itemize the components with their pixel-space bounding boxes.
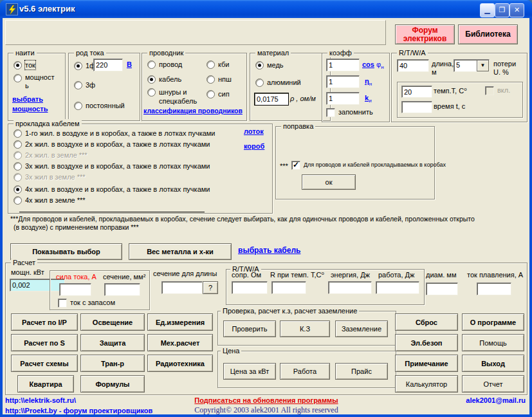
radio-engineering-button[interactable]: Радиотехника — [147, 355, 213, 372]
units-button[interactable]: Ед.измерения — [147, 313, 213, 331]
radio-laying-6[interactable]: 4х жил. в воздухе и в коробах, а также в… — [14, 185, 210, 194]
radio-dot-icon — [74, 62, 82, 70]
scheme-calc-button[interactable]: Расчет схемы — [11, 355, 78, 372]
radio-copper[interactable]: медь — [255, 60, 284, 70]
title-bar[interactable]: v5.6 электрик ▁ ❐ ✕ — [0, 0, 532, 18]
report-button[interactable]: Отчет — [462, 375, 524, 393]
voltage-input[interactable] — [93, 59, 123, 71]
resistance-input[interactable] — [232, 281, 268, 294]
radio-wire[interactable]: провод — [147, 60, 182, 69]
enable-checkbox: вкл. — [485, 86, 510, 95]
lighting-button[interactable]: Освещение — [80, 313, 145, 331]
verify-button[interactable]: Проверить — [223, 320, 276, 337]
energy-input[interactable] — [328, 281, 372, 294]
melting-current-input[interactable] — [477, 283, 511, 295]
exit-button[interactable]: Выход — [462, 355, 524, 372]
temp-time-panel: темп.Т, С⁰ вкл. время t, с — [397, 82, 523, 118]
formulas-button[interactable]: Формулы — [80, 375, 145, 393]
radio-find-current[interactable]: ток — [14, 60, 35, 70]
metal-weight-button[interactable]: Вес металла и х-ки — [129, 243, 232, 260]
radio-find-power[interactable]: мощность — [14, 73, 59, 90]
k-input[interactable] — [326, 92, 360, 105]
temperature-input[interactable] — [401, 86, 432, 98]
radio-dot-icon — [14, 151, 22, 160]
library-button[interactable]: Библиотека — [458, 24, 518, 44]
radio-laying-4[interactable]: 3х жил. в воздухе и в коробах, а также в… — [14, 162, 210, 171]
radio-dot-icon — [14, 74, 22, 82]
short-circuit-button[interactable]: К.З — [280, 320, 330, 337]
cos-input[interactable] — [326, 59, 360, 71]
price-list-button[interactable]: Прайс — [335, 363, 388, 380]
divider — [19, 212, 205, 212]
reset-button[interactable]: Сброс — [395, 313, 458, 331]
calculator-button[interactable]: Калькулятор — [395, 375, 458, 393]
conductor-classification-link[interactable]: классификация проводников — [143, 107, 243, 115]
chevron-down-icon[interactable]: ▼ — [477, 60, 489, 71]
notes-button[interactable]: Примечание — [395, 355, 458, 372]
eta-link[interactable]: ηн — [365, 77, 372, 88]
transformer-button[interactable]: Тран-р — [80, 355, 145, 372]
protection-button[interactable]: Защита — [80, 334, 145, 351]
minimize-button[interactable]: ▁ — [480, 3, 495, 17]
reserve-checkbox[interactable]: ток с запасом — [58, 299, 115, 308]
radio-kbi[interactable]: кби — [206, 60, 230, 69]
forum-button[interactable]: Форум электриков — [395, 24, 455, 44]
radio-laying-5: 3х жил в земле *** — [14, 172, 86, 181]
group-calc-title: Расчет — [11, 258, 37, 267]
radio-3phase[interactable]: 3ф — [74, 80, 95, 89]
radio-cable[interactable]: кабель — [147, 75, 181, 84]
tray-link[interactable]: лоток — [244, 127, 264, 136]
cos-link[interactable]: cos φн — [362, 60, 384, 71]
duct-link[interactable]: короб — [244, 142, 264, 151]
work-input[interactable] — [376, 281, 419, 294]
about-button[interactable]: О программе — [462, 313, 524, 331]
choose-cable-link[interactable]: выбрать кабель — [238, 246, 300, 255]
group-coeff-title: коэфф — [327, 48, 354, 57]
resistivity-input[interactable] — [254, 93, 289, 106]
r-temp-input[interactable] — [271, 281, 306, 294]
voltage-link[interactable]: В — [127, 60, 132, 69]
apartment-button[interactable]: Квартира — [17, 375, 74, 393]
site-link-1[interactable]: http:\\elektrik-soft.ru\ — [5, 396, 76, 405]
radio-laying-7[interactable]: 4х жил в земле *** — [14, 196, 86, 205]
price-per-kwt-button[interactable]: Цена за кВт — [223, 363, 276, 380]
eta-input[interactable] — [326, 75, 360, 88]
choose-power-link[interactable]: выбрать мощность — [12, 95, 61, 114]
calc-s-button[interactable]: Расчет по S — [11, 334, 78, 351]
work-price-button[interactable]: Работа — [280, 363, 330, 380]
radio-1phase[interactable]: 1ф — [74, 61, 95, 70]
remember-checkbox[interactable]: запомнить — [326, 108, 373, 117]
loss-dropdown[interactable]: 5 ▼ — [454, 59, 490, 72]
correction-checkbox[interactable]: Для проводов и кабелей прокладываемых в … — [291, 161, 446, 170]
radio-sip[interactable]: сип — [206, 89, 230, 98]
help-button[interactable]: Помощь — [462, 334, 524, 351]
current-result-input[interactable] — [59, 283, 91, 296]
electrical-safety-button[interactable]: Эл.безоп — [395, 334, 458, 351]
group-correction-title: поправка — [281, 122, 315, 131]
mech-calc-button[interactable]: Мех.расчет — [147, 334, 213, 351]
radio-laying-1[interactable]: 1-го жил. в воздухе и в коробах, а также… — [14, 129, 216, 138]
radio-cords[interactable]: шнуры и спецкабель — [147, 88, 205, 106]
site-link-2[interactable]: http:\\Proekt.by - форум проектировщиков — [5, 407, 152, 415]
radio-laying-2[interactable]: 2х жил. в воздухе и в коробах, а также в… — [14, 140, 210, 149]
k-link[interactable]: kи — [365, 94, 372, 105]
section-length-input[interactable] — [161, 281, 203, 294]
grounding-button[interactable]: Заземление — [335, 320, 388, 337]
radio-npsh[interactable]: нпш — [206, 75, 232, 84]
calc-ip-button[interactable]: Расчет по I/P — [11, 313, 78, 331]
length-input[interactable] — [397, 59, 429, 72]
section-input[interactable] — [104, 283, 140, 296]
time-input[interactable] — [401, 101, 432, 113]
radio-dc[interactable]: постоянный — [74, 101, 125, 110]
maximize-button[interactable]: ❐ — [495, 3, 509, 17]
radio-dot-icon — [147, 60, 156, 69]
group-current-kind-title: род тока — [74, 48, 106, 57]
help-question-button[interactable]: ? — [203, 281, 218, 294]
diameter-input[interactable] — [426, 283, 458, 295]
ok-button[interactable]: ок — [302, 174, 356, 190]
group-check-title: Проверка, расчет к.з, расчет заземление — [221, 306, 359, 315]
email-link[interactable]: alek2001@mail.ru — [466, 396, 526, 405]
radio-aluminium[interactable]: алюминий — [255, 78, 301, 87]
subscribe-link[interactable]: Подписаться на обновления программы — [163, 396, 369, 405]
close-button[interactable]: ✕ — [509, 3, 524, 17]
